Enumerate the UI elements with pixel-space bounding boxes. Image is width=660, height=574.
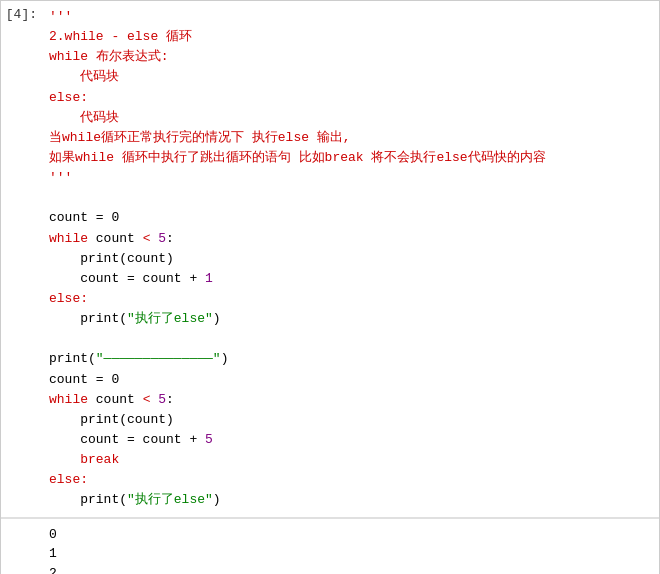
break-keyword: break — [49, 452, 119, 467]
num5-3: 5 — [205, 432, 213, 447]
str-else2: "执行了else" — [127, 492, 213, 507]
else-keyword2: else: — [49, 472, 88, 487]
paren-close-div: ) — [221, 351, 229, 366]
while-keyword2: while — [49, 392, 88, 407]
while-colon1: : — [166, 231, 174, 246]
comment-title: 2.while - else 循环 — [49, 29, 192, 44]
num5-1: 5 — [158, 231, 166, 246]
count-inc2: count = count + — [49, 432, 205, 447]
paren-close2: ) — [213, 492, 221, 507]
count-inc1: count = count + — [49, 271, 205, 286]
str-else1: "执行了else" — [127, 311, 213, 326]
else-keyword1: else: — [49, 291, 88, 306]
str-divider: "——————————————" — [96, 351, 221, 366]
while-cond2: count — [88, 392, 143, 407]
count-assign2: count = 0 — [49, 372, 119, 387]
comment-else: else: — [49, 90, 88, 105]
print-count2: print(count) — [49, 412, 174, 427]
print-else1: print( — [49, 311, 127, 326]
comment-desc1: 当while循环正常执行完的情况下 执行else 输出, — [49, 130, 351, 145]
code-pre: ''' 2.while - else 循环 while 布尔表达式: 代码块 e… — [49, 7, 651, 511]
docstring-open: ''' — [49, 9, 72, 24]
while-colon2: : — [166, 392, 174, 407]
cell-label: [4]: — [1, 1, 41, 517]
paren-close1: ) — [213, 311, 221, 326]
print-count1: print(count) — [49, 251, 174, 266]
comment-desc2: 如果while 循环中执行了跳出循环的语句 比如break 将不会执行else代… — [49, 150, 546, 165]
output-line-2: 2 — [49, 564, 651, 574]
output-line-1: 1 — [49, 544, 651, 564]
comment-syntax-while: while 布尔表达式: — [49, 49, 169, 64]
comment-body2: 代码块 — [49, 110, 119, 125]
num1: 1 — [205, 271, 213, 286]
num5-2: 5 — [158, 392, 166, 407]
notebook-cell: [4]: ''' 2.while - else 循环 while 布尔表达式: … — [0, 0, 660, 574]
print-divider: print( — [49, 351, 96, 366]
comment-body1: 代码块 — [49, 69, 119, 84]
count-assign1: count = 0 — [49, 210, 119, 225]
output-area: 0 1 2 3 4 执行了else — [1, 518, 659, 574]
while-keyword1: while — [49, 231, 88, 246]
code-block[interactable]: ''' 2.while - else 循环 while 布尔表达式: 代码块 e… — [41, 1, 659, 517]
while-cond1: count — [88, 231, 143, 246]
docstring-close: ''' — [49, 170, 72, 185]
output-line-0: 0 — [49, 525, 651, 545]
cell-input-area: [4]: ''' 2.while - else 循环 while 布尔表达式: … — [1, 1, 659, 518]
print-else2: print( — [49, 492, 127, 507]
